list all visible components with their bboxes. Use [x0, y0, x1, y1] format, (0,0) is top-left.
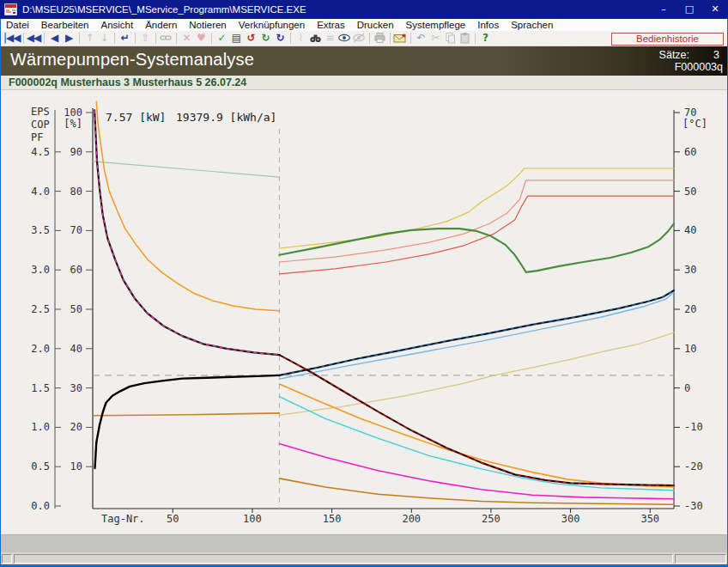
- eps-tick-label: 0.0: [31, 500, 50, 512]
- menu-item-infos[interactable]: Infos: [471, 20, 505, 30]
- series-pf-rising-black: [95, 375, 280, 468]
- eye-off-icon: [352, 32, 367, 46]
- first-record-icon[interactable]: |◀◀: [3, 32, 21, 46]
- series-cop-descending-pre: [94, 110, 279, 355]
- series-green-temp: [279, 223, 674, 272]
- degc-tick-label: 10: [684, 343, 696, 355]
- enter-icon[interactable]: ↵: [118, 32, 132, 46]
- degc-tick-label: 20: [684, 303, 696, 315]
- eps-tick-label: 4.0: [31, 186, 50, 198]
- paste-icon: [458, 32, 472, 46]
- toolbar-separator: [475, 33, 476, 44]
- series-cop-descending-post: [279, 355, 674, 485]
- help-icon[interactable]: ?: [478, 32, 493, 46]
- toolbar-separator: [44, 33, 45, 44]
- eps-tick-label: 0.5: [31, 460, 50, 472]
- series-cop-descending-pre-overlay: [94, 110, 279, 355]
- degc-tick-label: 40: [684, 224, 696, 236]
- delete-icon: ✕: [179, 32, 194, 46]
- window-border-left: [0, 19, 1, 564]
- page-title: Wärmepumpen-Systemanalyse: [10, 50, 254, 70]
- application-window: D:\MSEU25\MSERVICE\_MService_Programm\MS…: [0, 0, 728, 567]
- maximize-button[interactable]: □: [676, 0, 702, 19]
- pct-tick-label: 80: [70, 186, 82, 198]
- record-id: F000003q: [675, 61, 723, 73]
- x-tick-label: 300: [561, 513, 580, 525]
- pct-tick-label: 90: [70, 146, 82, 158]
- menu-item-sprachen[interactable]: Sprachen: [505, 20, 559, 30]
- records-value: 3: [713, 49, 719, 61]
- menu-item-datei[interactable]: Datei: [0, 20, 35, 30]
- menu-item-ändern[interactable]: Ändern: [139, 20, 183, 30]
- left-axis-title: EPS: [31, 106, 50, 118]
- degc-tick-label: 0: [684, 382, 690, 394]
- menu-item-ansicht[interactable]: Ansicht: [94, 20, 139, 30]
- protocol-icon[interactable]: ▤: [229, 32, 244, 46]
- redo-green-icon[interactable]: ↻: [258, 32, 273, 46]
- series-cyan-descending: [279, 397, 674, 491]
- degc-tick-label: -30: [684, 500, 703, 512]
- prev-record-icon[interactable]: ◀: [47, 32, 62, 46]
- next-record-icon[interactable]: ▶: [62, 32, 76, 46]
- cut-icon: ✂: [428, 32, 443, 46]
- degc-tick-label: 60: [684, 146, 696, 158]
- left-axis-title: PF: [31, 131, 43, 143]
- menu-item-notieren[interactable]: Notieren: [183, 20, 232, 30]
- dataset-breadcrumb: F000002q Musterhaus 3 Musterhaus 5 26.07…: [0, 76, 728, 90]
- annotation-energy: 19379.9 [kWh/a]: [176, 111, 276, 124]
- pct-tick-label: 40: [70, 343, 82, 355]
- pct-tick-label: 60: [70, 264, 82, 276]
- toolbar-separator: [23, 33, 24, 44]
- pct-tick-label: 30: [70, 382, 82, 394]
- minimize-button[interactable]: –: [651, 0, 676, 19]
- pct-tick-label: 100: [64, 107, 82, 119]
- series-navy-rising: [279, 290, 674, 375]
- menu-bar: DateiBearbeitenAnsichtÄndernNotierenVerk…: [0, 19, 728, 31]
- rewind-icon[interactable]: ◀◀: [27, 32, 41, 46]
- eps-tick-label: 3.0: [31, 264, 50, 276]
- status-cell-small: [2, 554, 12, 564]
- menu-item-verknüpfungen[interactable]: Verknüpfungen: [233, 20, 311, 30]
- eps-tick-label: 4.5: [31, 146, 50, 158]
- series-cop-descending-post-overlay: [279, 355, 674, 485]
- toolbar-separator: [369, 33, 370, 44]
- window-title: D:\MSEU25\MSERVICE\_MService_Programm\MS…: [22, 4, 306, 15]
- copy-icon: [443, 32, 458, 46]
- move-up-icon: ↑: [82, 32, 97, 46]
- pct-tick-label: 70: [70, 224, 82, 236]
- menu-item-systempflege[interactable]: Systempflege: [400, 20, 472, 30]
- print-icon: [373, 32, 387, 46]
- chart-plot[interactable]: EPSCOPPF4.54.03.53.02.52.01.51.00.50.010…: [0, 90, 728, 534]
- series-orange-post: [279, 384, 674, 487]
- status-bar: [0, 552, 728, 564]
- toolbar-separator: [176, 33, 177, 44]
- eye-icon[interactable]: [337, 32, 352, 46]
- pct-tick-label: 20: [70, 421, 82, 433]
- menu-item-drucken[interactable]: Drucken: [351, 20, 400, 30]
- confirm-icon[interactable]: ✓: [215, 32, 229, 46]
- toolbar-separator: [79, 33, 80, 44]
- favorite-icon: ♥: [194, 32, 209, 46]
- chart-svg: EPSCOPPF4.54.03.53.02.52.01.51.00.50.010…: [0, 90, 728, 534]
- degc-tick-label: -10: [684, 421, 703, 433]
- history-button[interactable]: Bedienhistorie: [611, 33, 724, 46]
- mail-icon[interactable]: [393, 32, 408, 46]
- binoculars-icon[interactable]: [308, 32, 323, 46]
- degc-tick-label: -20: [684, 460, 703, 472]
- x-tick-label: 150: [323, 513, 342, 525]
- left-axis-title: COP: [31, 119, 50, 131]
- annotation-power: 7.57 [kW]: [106, 111, 166, 124]
- x-tick-label: 350: [640, 513, 659, 525]
- series-red-temp: [279, 196, 674, 274]
- menu-item-bearbeiten[interactable]: Bearbeiten: [35, 20, 95, 30]
- undo-icon: ↶: [414, 32, 428, 46]
- app-icon: [4, 3, 17, 15]
- redo-blue-icon[interactable]: ↻: [273, 32, 288, 46]
- toolbar-separator: [155, 33, 156, 44]
- close-button[interactable]: ✕: [702, 0, 728, 19]
- menu-item-extras[interactable]: Extras: [311, 20, 351, 30]
- series-brown-descending: [279, 479, 674, 504]
- lower-band: [0, 534, 728, 552]
- undo-red-icon[interactable]: ↺: [244, 32, 258, 46]
- list-icon: ≡: [323, 32, 337, 46]
